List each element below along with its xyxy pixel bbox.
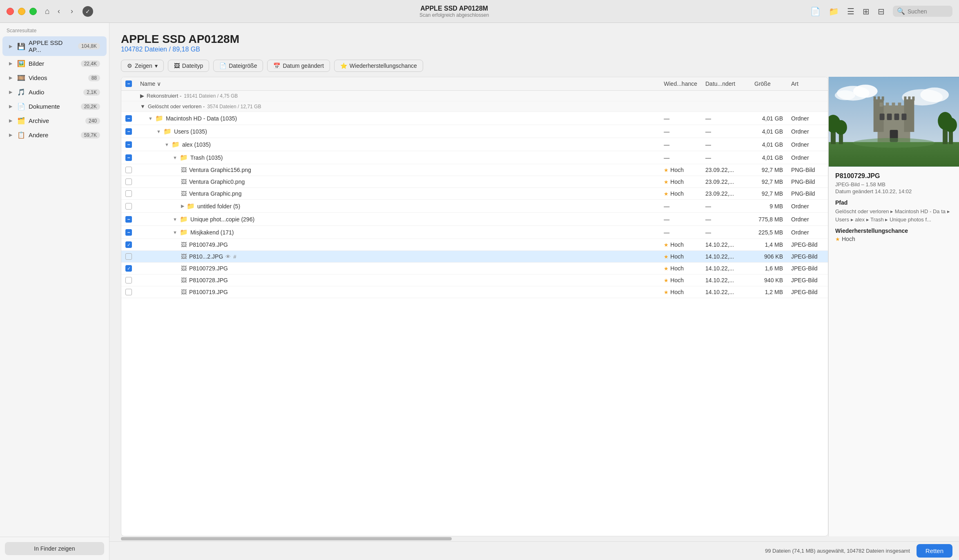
- eye-icon[interactable]: 👁: [225, 254, 231, 260]
- forward-button[interactable]: ›: [66, 6, 78, 17]
- table-row[interactable]: 🖼 P8100719.JPG ★ Hoch 14.10.22,... 1,2 M…: [121, 286, 828, 298]
- home-button[interactable]: ⌂: [45, 7, 50, 16]
- col-header-check[interactable]: −: [121, 77, 136, 91]
- row-checkbox[interactable]: ✓: [125, 265, 132, 272]
- hash-icon[interactable]: #: [233, 254, 236, 260]
- row-filename: Misjkakend (171): [190, 229, 234, 236]
- table-row[interactable]: − ▼ 📁 Macintosh HD - Data (1035) — — 4,: [121, 112, 828, 125]
- row-date: 23.09.22,...: [701, 188, 750, 200]
- section-row-rekonstruiert[interactable]: ▶ Rekonstruiert - 19141 Dateien / 4,75 G…: [121, 91, 828, 101]
- list-view-icon[interactable]: ☰: [847, 7, 854, 16]
- zeigen-icon: ⚙: [127, 62, 132, 69]
- table-row[interactable]: − ▼ 📁 Misjkakend (171) — — 225,5 MB: [121, 226, 828, 239]
- sidebar-item-videos[interactable]: ▶ 🎞️ Videos 88: [2, 71, 107, 85]
- zeigen-arrow-icon: ▾: [155, 62, 158, 69]
- sidebar-item-audio[interactable]: ▶ 🎵 Audio 2,1K: [2, 85, 107, 99]
- col-header-size[interactable]: Größe: [750, 77, 787, 91]
- row-minus-button[interactable]: −: [125, 141, 132, 148]
- row-minus-button[interactable]: −: [125, 128, 132, 135]
- preview-image-svg: [829, 77, 959, 167]
- row-size: 4,01 GB: [750, 138, 787, 151]
- table-row[interactable]: − ▼ 📁 Unique phot...copie (296) — — 775: [121, 213, 828, 226]
- table-row[interactable]: ✓ 🖼 P8100749.JPG ★ Hoch 14.10.22,... 1,4…: [121, 239, 828, 251]
- search-input[interactable]: [908, 8, 948, 15]
- back-button[interactable]: ‹: [53, 6, 65, 17]
- minimize-button[interactable]: [18, 8, 25, 15]
- table-row[interactable]: ▶ 📁 untitled folder (5) — — 9 MB Ordner: [121, 200, 828, 213]
- new-file-icon[interactable]: 📄: [810, 7, 821, 16]
- row-expand-icon[interactable]: ▼: [156, 129, 161, 134]
- file-type-icon: 🖼: [181, 190, 187, 197]
- star-icon: ★: [664, 254, 669, 260]
- sidebar-item-archive[interactable]: ▶ 🗂️ Archive 240: [2, 114, 107, 127]
- datum-filter-button[interactable]: 📅 Datum geändert: [267, 60, 330, 72]
- row-checkbox[interactable]: [125, 289, 132, 295]
- row-expand-icon[interactable]: ▼: [173, 217, 177, 222]
- select-all-button[interactable]: −: [125, 80, 132, 87]
- row-expand-icon[interactable]: ▼: [173, 230, 177, 235]
- split-view-icon[interactable]: ⊟: [878, 7, 885, 16]
- row-expand-icon[interactable]: ▼: [148, 116, 153, 121]
- star-icon: ★: [664, 191, 669, 197]
- zeigen-filter-button[interactable]: ⚙ Zeigen ▾: [121, 60, 164, 72]
- file-table-container[interactable]: − Name ∨ Wied...hance Datu...ndert Größe…: [121, 77, 828, 536]
- row-checkbox[interactable]: [125, 178, 132, 185]
- col-header-recovery[interactable]: Wied...hance: [660, 77, 701, 91]
- dateigroesse-filter-button[interactable]: 📄 Dateigröße: [213, 60, 263, 72]
- section-title: Rekonstruiert -: [147, 93, 181, 99]
- table-row[interactable]: − ▼ 📁 Users (1035) — — 4,01 GB: [121, 125, 828, 138]
- row-expand-icon[interactable]: ▼: [165, 142, 169, 147]
- nav-buttons: ‹ ›: [53, 6, 78, 17]
- row-filename: P8100728.JPG: [189, 277, 228, 283]
- table-row[interactable]: − ▼ 📁 alex (1035) — — 4,01 GB: [121, 138, 828, 151]
- table-row[interactable]: 🖼 Ventura Graphic0.png ★ Hoch 23.09.22,.…: [121, 176, 828, 188]
- col-header-type[interactable]: Art: [787, 77, 828, 91]
- table-row[interactable]: 🖼 Ventura Graphic.png ★ Hoch 23.09.22,..…: [121, 188, 828, 200]
- wiederherstellung-filter-button[interactable]: ⭐ Wiederherstellungschance: [334, 60, 423, 72]
- file-type-icon: 🖼: [181, 167, 187, 173]
- row-checkbox[interactable]: [125, 253, 132, 260]
- grid-view-icon[interactable]: ⊞: [863, 7, 870, 16]
- find-in-finder-button[interactable]: In Finder zeigen: [5, 542, 104, 555]
- row-minus-button[interactable]: −: [125, 229, 132, 236]
- table-row[interactable]: ✓ 🖼 P8100729.JPG ★ Hoch 14.10.22,... 1,6…: [121, 263, 828, 274]
- row-checkbox[interactable]: ✓: [125, 241, 132, 248]
- maximize-button[interactable]: [29, 8, 37, 15]
- sidebar-item-dokumente[interactable]: ▶ 📄 Dokumente 20,2K: [2, 100, 107, 113]
- scrollbar-thumb[interactable]: [121, 537, 452, 540]
- row-minus-button[interactable]: −: [125, 216, 132, 223]
- table-row[interactable]: 🖼 P810...2.JPG 👁 # ★ Hoch 14.10.22,... 9…: [121, 251, 828, 263]
- close-button[interactable]: [7, 8, 14, 15]
- dateityp-filter-button[interactable]: 🖼 Dateityp: [168, 60, 209, 72]
- horizontal-scrollbar[interactable]: [121, 536, 948, 541]
- sidebar-item-label-bilder: Bilder: [29, 60, 78, 67]
- search-box[interactable]: 🔍: [893, 6, 952, 17]
- row-filename: untitled folder (5): [197, 203, 240, 210]
- table-row[interactable]: − ▼ 📁 Trash (1035) — — 4,01 GB: [121, 151, 828, 164]
- folder-icon[interactable]: 📁: [829, 7, 839, 16]
- row-expand-icon[interactable]: ▶: [181, 203, 184, 209]
- table-row[interactable]: 🖼 P8100728.JPG ★ Hoch 14.10.22,... 940 K…: [121, 274, 828, 286]
- row-minus-button[interactable]: −: [125, 115, 132, 122]
- row-minus-button[interactable]: −: [125, 154, 132, 161]
- sidebar-item-andere[interactable]: ▶ 📋 Andere 59,7K: [2, 128, 107, 142]
- row-checkbox[interactable]: [125, 277, 132, 283]
- dateityp-icon: 🖼: [174, 62, 180, 69]
- svg-point-5: [920, 87, 949, 102]
- sidebar-item-bilder[interactable]: ▶ 🖼️ Bilder 22,4K: [2, 57, 107, 70]
- svg-rect-17: [904, 96, 906, 100]
- file-type-icon: 🖼: [181, 265, 187, 272]
- row-type: PNG-Bild: [787, 188, 828, 200]
- preview-panel: P8100729.JPG JPEG-Bild – 1.58 MB Datum g…: [828, 77, 959, 536]
- retten-button[interactable]: Retten: [917, 544, 952, 558]
- svg-rect-22: [892, 103, 895, 107]
- col-header-name[interactable]: Name ∨: [136, 77, 660, 91]
- row-checkbox[interactable]: [125, 190, 132, 197]
- section-row-geloescht[interactable]: ▼ Gelöscht oder verloren - 3574 Dateien …: [121, 101, 828, 112]
- row-checkbox[interactable]: [125, 167, 132, 173]
- row-expand-icon[interactable]: ▼: [173, 155, 177, 160]
- table-row[interactable]: 🖼 Ventura Graphic156.png ★ Hoch 23.09.22…: [121, 164, 828, 176]
- sidebar-item-ssd[interactable]: ▶ 💾 APPLE SSD AP... 104,8K: [2, 36, 107, 56]
- row-checkbox[interactable]: [125, 203, 132, 210]
- col-header-date[interactable]: Datu...ndert: [701, 77, 750, 91]
